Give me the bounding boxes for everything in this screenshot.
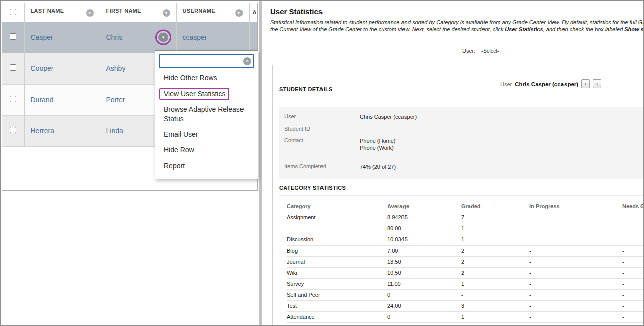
column-header[interactable]: FIRST NAME▾ [100,3,176,22]
row-menu-chevron-button[interactable]: ▾ [158,33,168,42]
column-header-label: FIRST NAME [106,8,141,14]
last-name-cell: Herrera [24,115,100,146]
user-select-row: User: -Select- [262,46,644,57]
category-value-cell: 1 [461,234,529,246]
category-name-cell: Attendance [287,312,387,323]
menu-item-label: Hide Row [164,146,194,154]
detail-value: Phone (Home) Phone (Work) [360,137,396,151]
menu-search-input[interactable] [159,54,254,68]
select-all-cell [2,3,24,22]
menu-item-label: Report [164,161,185,170]
description-segment: User Statistics [505,26,543,32]
category-value-cell: - [529,290,622,301]
clear-search-icon[interactable]: ✕ [243,57,251,65]
student-row[interactable]: CasperChris▾ccasper [2,22,257,53]
category-name-cell: Journal [287,257,387,268]
row-context-menu: ✕ Hide Other RowsView User StatisticsBro… [155,50,258,179]
description-segment: Statistical information related to stude… [270,19,644,25]
sort-chevron-icon[interactable]: ▾ [235,9,243,17]
category-value-cell: - [622,312,644,323]
category-row: Attendance01-- [287,312,644,323]
category-value-cell: 13.50 [387,257,461,268]
column-header[interactable]: LAST NAME▾ [24,3,100,22]
category-value-cell: 80.00 [387,223,461,234]
description-line: Statistical information related to stude… [270,19,644,26]
description-segment: the Current View of the Grade Center to … [270,26,505,32]
category-row: Blog7.002-- [287,246,644,257]
row-checkbox[interactable] [10,127,16,133]
detail-value: 74% (20 of 27) [360,163,396,170]
category-column-header: Average [387,200,461,212]
category-row: Discussion10.03451-- [287,234,644,246]
category-value-cell: - [529,279,622,290]
category-name-cell [287,223,387,234]
menu-item[interactable]: Email User [155,127,258,142]
category-value-cell: 8.94285 [387,212,461,223]
row-select-cell [2,22,24,53]
username-cell: ccasper [176,22,249,53]
context-menu-list: Hide Other RowsView User StatisticsBrows… [155,70,258,174]
row-select-cell [2,115,24,146]
category-value-cell: 7.00 [387,246,461,257]
grade-table-header-row: LAST NAME▾FIRST NAME▾USERNAME▾A [2,3,257,22]
detail-row: Items Completed74% (20 of 27) [284,163,644,170]
menu-item[interactable]: Hide Other Rows [155,70,258,86]
category-value-cell: - [529,234,622,246]
menu-item[interactable]: View User Statistics [155,86,258,102]
menu-item-label: Email User [164,130,198,138]
category-value-cell: - [529,312,622,323]
column-header-label: LAST NAME [31,8,64,14]
category-row: 80.001-- [287,223,644,234]
user-nav-current-user: Chris Casper (ccasper) [515,81,578,87]
detail-label: Contact [284,137,360,151]
category-name-cell: Survey [287,279,387,290]
user-statistics-content: User Chris Casper (ccasper) ‹ › STUDENT … [272,65,644,325]
description-line: the Current View of the Grade Center to … [270,26,644,33]
category-statistics-table: CategoryAverageGradedIn ProgressNeeds Gr… [287,200,644,323]
detail-label: Items Completed [284,163,360,170]
menu-item[interactable]: Report [155,158,258,174]
column-header[interactable]: USERNAME▾ [176,3,249,22]
sort-chevron-icon[interactable]: ▾ [86,9,94,17]
category-row: Test24.003-- [287,301,644,312]
category-name-cell: Self and Peer [287,290,387,301]
category-value-cell: - [622,279,644,290]
category-value-cell: - [529,257,622,268]
last-name-cell: Durand [24,84,100,115]
category-statistics-heading: CATEGORY STATISTICS [279,185,346,191]
last-name-cell: Casper [24,22,100,53]
category-value-cell: - [622,290,644,301]
select-all-checkbox[interactable] [10,9,16,15]
description-segment: , and then check the box labeled [543,26,624,32]
blackboard-grade-center-screen: LAST NAME▾FIRST NAME▾USERNAME▾A CasperCh… [0,0,644,326]
detail-label: Student ID [284,126,360,132]
row-checkbox[interactable] [10,64,16,71]
category-value-cell: 1 [461,223,529,234]
category-value-cell: 3 [461,301,529,312]
category-column-header: Graded [461,200,529,212]
menu-item[interactable]: Hide Row [155,142,258,158]
row-checkbox[interactable] [10,96,16,102]
category-table-body: Assignment8.942857--80.001--Discussion10… [287,212,644,323]
row-checkbox[interactable] [10,33,16,40]
category-value-cell: - [529,301,622,312]
description-segment: Show statistics for current [624,26,644,32]
user-select-dropdown[interactable]: -Select- [478,46,644,56]
previous-user-button[interactable]: ‹ [581,79,590,88]
category-value-cell: - [622,246,644,257]
menu-item[interactable]: Browse Adaptive Release Status [155,102,258,127]
category-name-cell: Assignment [287,212,387,223]
grade-center-panel: LAST NAME▾FIRST NAME▾USERNAME▾A CasperCh… [1,1,259,325]
detail-row: Student ID [284,126,644,132]
category-value-cell: 2 [461,257,529,268]
menu-item-label: Browse Adaptive Release Status [164,105,244,123]
user-select-label: User: [462,48,475,54]
row-select-cell [2,84,24,115]
category-value-cell: - [622,268,644,279]
next-user-button[interactable]: › [593,79,601,88]
partial-column-header: A [249,3,257,22]
last-name-cell: Cooper [24,53,100,84]
sort-chevron-icon[interactable]: ▾ [163,9,170,17]
category-row: Journal13.502-- [287,257,644,268]
category-value-cell: 0 [387,312,461,323]
